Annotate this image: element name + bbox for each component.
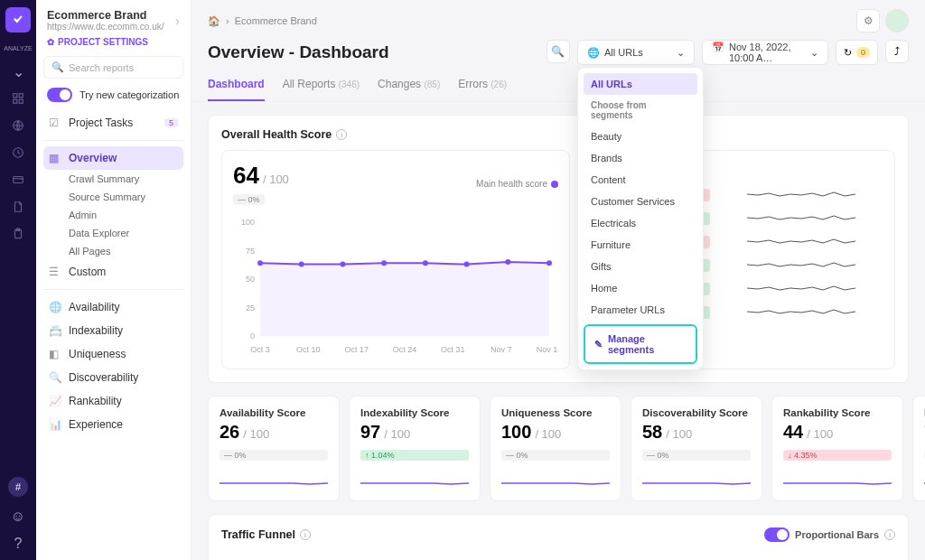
toggle-switch[interactable] — [47, 88, 72, 102]
chevron-down-icon[interactable]: ⌄ — [11, 64, 25, 79]
svg-text:25: 25 — [246, 303, 255, 313]
dropdown-item[interactable]: Brands — [584, 147, 697, 169]
help-icon[interactable]: ? — [11, 537, 25, 551]
dropdown-item[interactable]: Gifts — [584, 256, 697, 277]
refresh-icon: ↻ — [844, 47, 852, 59]
card-title: Overall Health Score — [221, 128, 332, 141]
proportional-bars-toggle[interactable]: Proportional Bars i — [764, 527, 895, 542]
chevron-down-icon: ⌄ — [810, 47, 818, 59]
tab[interactable]: Dashboard — [208, 78, 265, 101]
tab[interactable]: All Reports (346) — [283, 78, 360, 101]
cat-icon: ◧ — [49, 348, 61, 360]
refresh-button[interactable]: ↻ 0 — [836, 40, 878, 65]
sidebar-subitem[interactable]: Data Explorer — [43, 224, 183, 242]
svg-text:Oct 10: Oct 10 — [296, 345, 321, 354]
sidebar-cat[interactable]: 🌐Availability — [43, 295, 183, 319]
toggle-switch[interactable] — [764, 527, 790, 542]
dropdown-item[interactable]: Parameter URLs — [584, 299, 697, 321]
clock-icon[interactable] — [11, 145, 25, 160]
avatar[interactable] — [885, 9, 909, 33]
clipboard-icon[interactable] — [11, 227, 25, 241]
cat-icon: 📊 — [49, 418, 61, 431]
svg-point-17 — [381, 260, 387, 266]
info-icon[interactable]: i — [336, 129, 347, 140]
svg-point-21 — [547, 260, 552, 266]
tabs: Dashboard All Reports (346)Changes (85)E… — [192, 65, 925, 102]
date-picker[interactable]: 📅Nov 18, 2022, 10:00 A… ⌄ — [702, 40, 828, 65]
expand-icon[interactable]: › — [175, 14, 180, 28]
tab[interactable]: Changes (85) — [378, 78, 440, 101]
svg-text:50: 50 — [246, 275, 255, 284]
dropdown-item-all[interactable]: All URLs — [584, 73, 697, 95]
overall-health-card: Overall Health Score i 64 / 100 — 0% Mai… — [208, 115, 909, 383]
sidebar-overview[interactable]: ▦Overview — [43, 146, 183, 170]
info-icon[interactable]: i — [300, 529, 311, 540]
info-icon[interactable]: i — [884, 529, 895, 540]
sidebar-tasks[interactable]: ☑Project Tasks 5 — [43, 111, 183, 135]
dropdown-item[interactable]: Furniture — [584, 234, 697, 256]
grid-icon: ▦ — [49, 152, 61, 164]
page-title: Overview - Dashboard — [208, 42, 389, 62]
sidebar-subitem[interactable]: Admin — [43, 206, 183, 224]
search-input[interactable]: 🔍 Search reports — [43, 56, 183, 79]
sidebar-cat[interactable]: ◧Uniqueness — [43, 342, 183, 366]
score-card: Indexability Score97 / 100↑ 1.04% — [349, 396, 481, 501]
file-icon[interactable] — [11, 200, 25, 214]
main-content: 🏠 › Ecommerce Brand ⚙ Overview - Dashboa… — [192, 0, 925, 560]
rail-label: ANALYZE — [4, 45, 32, 51]
cat-icon: 🌐 — [49, 301, 61, 313]
svg-point-16 — [340, 262, 345, 267]
globe-icon[interactable] — [11, 118, 25, 133]
sidebar-subitem[interactable]: Crawl Summary — [43, 170, 183, 188]
dropdown-item[interactable]: Beauty — [584, 126, 697, 147]
sidebar-subitem[interactable]: All Pages — [43, 242, 183, 260]
cat-icon: 📈 — [49, 395, 61, 407]
svg-rect-1 — [19, 94, 23, 98]
svg-text:75: 75 — [246, 247, 255, 256]
dropdown-item[interactable]: Electricals — [584, 212, 697, 234]
emoji-icon[interactable]: ☺ — [11, 509, 25, 524]
overall-delta: — 0% — [233, 194, 265, 205]
dropdown-item[interactable]: Content — [584, 169, 697, 191]
sidebar-cat[interactable]: 🔍Discoverability — [43, 366, 183, 389]
grid-icon[interactable] — [11, 91, 25, 106]
sidebar-cat[interactable]: 📇Indexability — [43, 319, 183, 342]
score-card: Availability Score26 / 100— 0% — [208, 396, 340, 501]
card-icon[interactable] — [11, 173, 25, 187]
tasks-count: 5 — [164, 118, 178, 127]
share-button[interactable]: ⤴ — [885, 40, 909, 63]
brand-url: https://www.dc.ecomm.co.uk/ — [47, 22, 164, 32]
sidebar-cat[interactable]: 📊Experience — [43, 413, 183, 436]
score-card: Experience Score79 / 100— 0% — [912, 396, 925, 501]
svg-rect-2 — [14, 99, 17, 103]
manage-segments-button[interactable]: ✎ Manage segments — [584, 324, 697, 364]
sidebar-custom[interactable]: ☰Custom — [43, 260, 183, 284]
dropdown-section-label: Choose from segments — [584, 95, 697, 126]
cat-icon: 🔍 — [49, 371, 61, 384]
categorization-toggle-row[interactable]: Try new categorization — [47, 88, 180, 102]
dropdown-item[interactable]: Home — [584, 277, 697, 299]
svg-rect-6 — [14, 177, 23, 183]
svg-text:Oct 31: Oct 31 — [441, 345, 465, 354]
home-icon[interactable]: 🏠 — [208, 15, 220, 27]
tab[interactable]: Errors (26) — [458, 78, 507, 101]
settings-button[interactable]: ⚙ — [856, 9, 880, 33]
crumb-item[interactable]: Ecommerce Brand — [235, 15, 317, 26]
search-button[interactable]: 🔍 — [547, 40, 570, 63]
svg-text:Oct 24: Oct 24 — [393, 345, 417, 354]
url-filter-dropdown[interactable]: 🌐All URLs ⌄ — [577, 40, 695, 65]
brand-name: Ecommerce Brand — [47, 9, 164, 22]
svg-point-15 — [299, 262, 304, 267]
sidebar-subitem[interactable]: Source Summary — [43, 188, 183, 206]
pencil-icon: ✎ — [594, 339, 603, 350]
app-logo[interactable] — [5, 7, 31, 33]
breadcrumb: 🏠 › Ecommerce Brand — [208, 15, 317, 27]
calendar-icon: 📅 — [712, 42, 724, 63]
score-card: Rankability Score44 / 100↓ 4.35% — [771, 396, 903, 501]
sidebar-cat[interactable]: 📈Rankability — [43, 389, 183, 413]
svg-text:Oct 17: Oct 17 — [344, 345, 369, 354]
dropdown-item[interactable]: Customer Services — [584, 191, 697, 212]
project-settings-link[interactable]: ✿ PROJECT SETTINGS — [47, 37, 180, 47]
rail-badge[interactable]: # — [8, 477, 28, 497]
segments-dropdown: All URLs Choose from segments BeautyBran… — [577, 67, 704, 370]
